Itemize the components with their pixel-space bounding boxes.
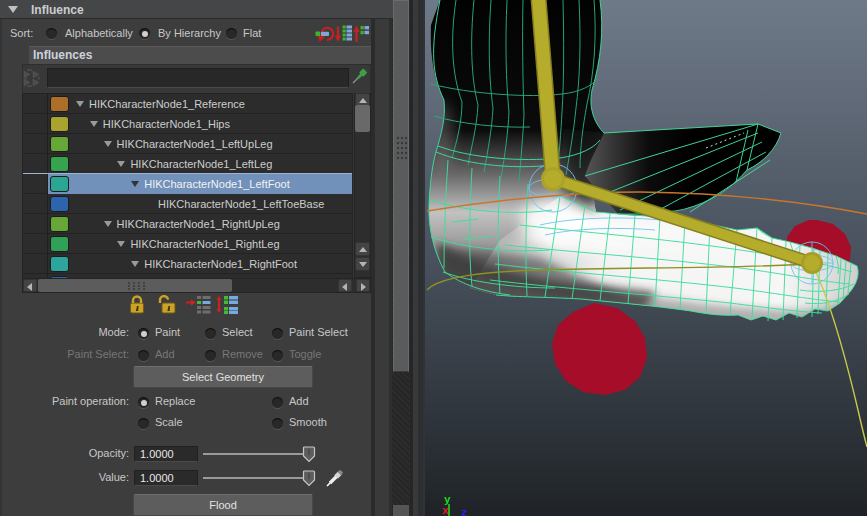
svg-text:x: x — [442, 505, 449, 516]
svg-text:z: z — [461, 507, 468, 516]
